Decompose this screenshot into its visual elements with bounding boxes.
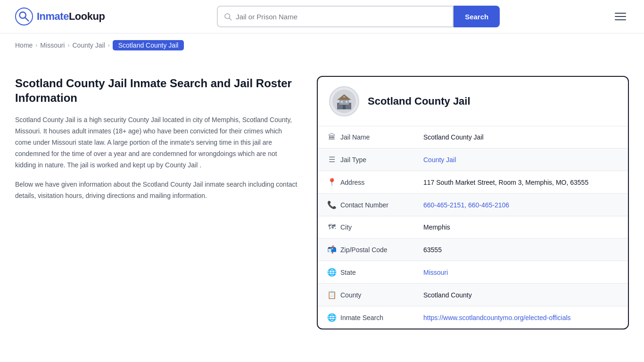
table-link[interactable]: 660-465-2151, 660-465-2106 xyxy=(423,201,509,209)
table-row: 🌐StateMissouri xyxy=(318,261,628,284)
table-value: Missouri xyxy=(414,261,628,284)
jail-avatar xyxy=(329,86,359,116)
table-label: Address xyxy=(339,171,414,194)
search-button[interactable]: Search xyxy=(454,6,500,27)
table-row: 📍Address117 South Market Street, Room 3,… xyxy=(318,171,628,194)
table-value: Scotland County Jail xyxy=(414,126,628,148)
breadcrumb-home[interactable]: Home xyxy=(15,41,33,49)
zip-icon: 📬 xyxy=(318,239,339,261)
search-wrapper xyxy=(217,6,454,27)
chevron-icon-2: › xyxy=(67,42,69,49)
county-icon: 📋 xyxy=(318,284,339,306)
table-value: 117 South Market Street, Room 3, Memphis… xyxy=(414,171,628,194)
logo-part1: Inmate xyxy=(37,10,69,22)
info-card: Scotland County Jail 🏛Jail NameScotland … xyxy=(317,76,629,329)
table-label: City xyxy=(339,216,414,239)
table-label: Inmate Search xyxy=(339,306,414,329)
info-table: 🏛Jail NameScotland County Jail☰Jail Type… xyxy=(318,126,628,329)
main-content: Scotland County Jail Inmate Search and J… xyxy=(0,57,644,348)
search-icon xyxy=(223,12,232,21)
search-area: Search xyxy=(217,6,500,27)
inmate-icon: 🌐 xyxy=(318,306,339,329)
table-value: County Jail xyxy=(414,148,628,171)
svg-rect-8 xyxy=(343,105,346,109)
table-value: Memphis xyxy=(414,216,628,239)
jail-icon: 🏛 xyxy=(318,126,339,148)
page-title: Scotland County Jail Inmate Search and J… xyxy=(15,76,298,105)
breadcrumb-type[interactable]: County Jail xyxy=(72,41,105,49)
table-link[interactable]: https://www.scotlandcountymo.org/elected… xyxy=(423,314,571,321)
chevron-icon-1: › xyxy=(35,42,37,49)
table-label: Contact Number xyxy=(339,194,414,216)
table-value: 660-465-2151, 660-465-2106 xyxy=(414,194,628,216)
svg-point-0 xyxy=(16,8,33,25)
table-label: Jail Type xyxy=(339,148,414,171)
address-icon: 📍 xyxy=(318,171,339,194)
table-link[interactable]: Missouri xyxy=(423,269,448,276)
table-row: 🌐Inmate Searchhttps://www.scotlandcounty… xyxy=(318,306,628,329)
table-label: State xyxy=(339,261,414,284)
info-card-header: Scotland County Jail xyxy=(318,77,628,126)
table-row: 📋CountyScotland County xyxy=(318,284,628,306)
hamburger-line-1 xyxy=(615,13,626,14)
hamburger-line-2 xyxy=(615,16,626,17)
table-row: 📞Contact Number660-465-2151, 660-465-210… xyxy=(318,194,628,216)
table-row: 🗺CityMemphis xyxy=(318,216,628,239)
phone-icon: 📞 xyxy=(318,194,339,216)
left-panel: Scotland County Jail Inmate Search and J… xyxy=(15,76,317,210)
city-icon: 🗺 xyxy=(318,216,339,239)
table-row: 📬Zip/Postal Code63555 xyxy=(318,239,628,261)
info-card-name: Scotland County Jail xyxy=(368,95,471,107)
breadcrumb-current: Scotland County Jail xyxy=(113,40,184,50)
table-label: County xyxy=(339,284,414,306)
hamburger-menu[interactable] xyxy=(612,10,629,23)
type-icon: ☰ xyxy=(318,148,339,171)
svg-rect-12 xyxy=(343,96,345,98)
building-icon xyxy=(332,90,356,113)
table-label: Zip/Postal Code xyxy=(339,239,414,261)
page-desc-2: Below we have given information about th… xyxy=(15,179,298,202)
table-label: Jail Name xyxy=(339,126,414,148)
table-link[interactable]: County Jail xyxy=(423,156,456,164)
logo-link[interactable]: InmateLookup xyxy=(15,8,105,25)
table-value: Scotland County xyxy=(414,284,628,306)
breadcrumb: Home › Missouri › County Jail › Scotland… xyxy=(0,33,644,57)
page-desc-1: Scotland County Jail is a high security … xyxy=(15,115,298,171)
svg-rect-11 xyxy=(346,101,347,103)
table-row: ☰Jail TypeCounty Jail xyxy=(318,148,628,171)
table-value: 63555 xyxy=(414,239,628,261)
chevron-icon-3: › xyxy=(108,42,110,49)
logo-icon xyxy=(15,8,33,25)
breadcrumb-state[interactable]: Missouri xyxy=(40,41,65,49)
logo-text: InmateLookup xyxy=(37,10,105,23)
svg-line-4 xyxy=(230,18,231,20)
table-row: 🏛Jail NameScotland County Jail xyxy=(318,126,628,148)
header: InmateLookup Search xyxy=(0,0,644,33)
logo-part2: Lookup xyxy=(69,10,105,22)
search-input[interactable] xyxy=(236,13,447,21)
svg-rect-10 xyxy=(341,101,343,103)
right-panel: Scotland County Jail 🏛Jail NameScotland … xyxy=(317,76,629,329)
state-icon: 🌐 xyxy=(318,261,339,284)
hamburger-line-3 xyxy=(615,19,626,20)
table-value: https://www.scotlandcountymo.org/elected… xyxy=(414,306,628,329)
